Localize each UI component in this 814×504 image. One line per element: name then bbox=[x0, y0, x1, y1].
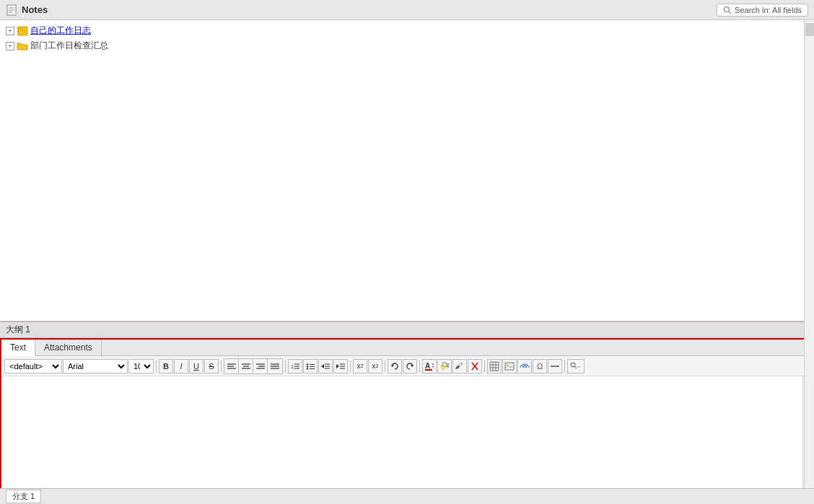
search-icon bbox=[723, 6, 732, 14]
insert-link-button[interactable] bbox=[517, 359, 532, 373]
align-justify-button[interactable] bbox=[268, 359, 282, 373]
sep-6 bbox=[419, 360, 420, 373]
insert-special-button[interactable]: Ω bbox=[533, 359, 547, 373]
tree-item-2[interactable]: + 部门工作日检查汇总 bbox=[3, 38, 811, 53]
outline-label: 大纲 1 bbox=[6, 324, 30, 336]
insert-image-button[interactable] bbox=[502, 359, 517, 373]
main-layout: + 自己的工作日志 + 部门工作日检查汇总 bbox=[0, 20, 814, 504]
bg-color-button[interactable]: 🖌 bbox=[452, 359, 467, 373]
sep-8 bbox=[564, 360, 565, 373]
editor-content[interactable] bbox=[1, 376, 813, 503]
tab-text[interactable]: Text bbox=[1, 340, 35, 356]
highlight-button[interactable] bbox=[437, 359, 452, 373]
main-scrollbar[interactable] bbox=[804, 20, 814, 488]
main-scrollbar-thumb bbox=[805, 23, 814, 36]
branch-tab[interactable]: 分支 1 bbox=[6, 490, 41, 503]
svg-rect-61 bbox=[505, 363, 514, 370]
align-center-button[interactable] bbox=[239, 359, 253, 373]
sep-3 bbox=[285, 360, 286, 373]
bold-button[interactable]: B bbox=[159, 359, 173, 373]
svg-text:↔: ↔ bbox=[577, 364, 582, 369]
font-color-button[interactable]: A bbox=[422, 359, 437, 373]
underline-button[interactable]: U bbox=[189, 359, 204, 373]
tab-attachments[interactable]: Attachments bbox=[35, 340, 102, 355]
align-left-button[interactable] bbox=[224, 359, 239, 373]
superscript-button[interactable]: x2 bbox=[368, 359, 382, 373]
subscript-button[interactable]: x2 bbox=[353, 359, 367, 373]
strikethrough-button[interactable]: S bbox=[204, 359, 219, 373]
insert-hr-button[interactable] bbox=[548, 359, 562, 373]
svg-rect-56 bbox=[490, 362, 499, 371]
svg-rect-8 bbox=[17, 31, 19, 32]
svg-point-4 bbox=[725, 6, 730, 12]
sep-4 bbox=[350, 360, 351, 373]
svg-marker-50 bbox=[447, 363, 449, 365]
search-label: Search in: All fields bbox=[735, 6, 802, 14]
sep-1 bbox=[156, 360, 157, 373]
font-select[interactable]: Arial bbox=[63, 359, 128, 373]
svg-marker-52 bbox=[447, 366, 449, 368]
svg-point-28 bbox=[307, 366, 308, 367]
svg-point-27 bbox=[307, 363, 308, 365]
style-select[interactable]: <default> bbox=[4, 359, 62, 373]
editor-tabs: Text Attachments bbox=[1, 340, 813, 356]
svg-marker-47 bbox=[432, 366, 434, 368]
tree-item-1[interactable]: + 自己的工作日志 bbox=[3, 23, 811, 38]
italic-button[interactable]: I bbox=[174, 359, 188, 373]
folder-icon bbox=[17, 41, 28, 51]
editor-toolbar: <default> Arial 10 B I U S bbox=[1, 356, 813, 376]
expander-1[interactable]: + bbox=[6, 27, 14, 35]
editor-panel: Text Attachments <default> Arial 10 bbox=[0, 338, 814, 504]
svg-marker-33 bbox=[321, 364, 324, 368]
svg-rect-44 bbox=[425, 369, 432, 371]
sep-7 bbox=[484, 360, 485, 373]
notebook-icon bbox=[17, 26, 28, 36]
sep-2 bbox=[221, 360, 222, 373]
svg-point-29 bbox=[307, 368, 308, 369]
tree-label-1: 自己的工作日志 bbox=[30, 25, 91, 37]
app-title-area: Notes bbox=[6, 4, 48, 16]
notes-icon bbox=[6, 4, 17, 16]
notes-tree: + 自己的工作日志 + 部门工作日检查汇总 bbox=[0, 20, 814, 321]
svg-rect-7 bbox=[17, 28, 19, 30]
align-right-button[interactable] bbox=[253, 359, 268, 373]
bottom-section: 大纲 1 Text Attachments <default> bbox=[0, 321, 814, 504]
svg-marker-45 bbox=[432, 363, 434, 365]
find-replace-button[interactable]: ↔ bbox=[567, 359, 585, 373]
app-title: Notes bbox=[22, 4, 48, 15]
expander-2[interactable]: + bbox=[6, 42, 14, 50]
indent-more-button[interactable] bbox=[318, 359, 333, 373]
size-select[interactable]: 10 bbox=[128, 359, 154, 373]
ordered-list-button[interactable]: 1. bbox=[288, 359, 302, 373]
svg-line-5 bbox=[729, 11, 732, 14]
undo-button[interactable] bbox=[388, 359, 402, 373]
svg-rect-48 bbox=[440, 367, 447, 368]
outline-header: 大纲 1 bbox=[0, 322, 814, 338]
unordered-list-button[interactable] bbox=[303, 359, 318, 373]
indent-less-button[interactable] bbox=[333, 359, 348, 373]
status-bar: 分支 1 bbox=[0, 488, 814, 504]
title-bar: Notes Search in: All fields bbox=[0, 0, 814, 20]
insert-table-button[interactable] bbox=[487, 359, 502, 373]
clear-format-button[interactable] bbox=[468, 359, 482, 373]
sep-5 bbox=[385, 360, 385, 373]
redo-button[interactable] bbox=[403, 359, 417, 373]
svg-marker-37 bbox=[336, 364, 339, 368]
svg-text:A: A bbox=[425, 362, 430, 370]
tree-label-2: 部门工作日检查汇总 bbox=[30, 40, 108, 52]
search-bar[interactable]: Search in: All fields bbox=[717, 4, 808, 17]
align-group bbox=[224, 358, 283, 374]
svg-text:🖌: 🖌 bbox=[455, 361, 463, 370]
